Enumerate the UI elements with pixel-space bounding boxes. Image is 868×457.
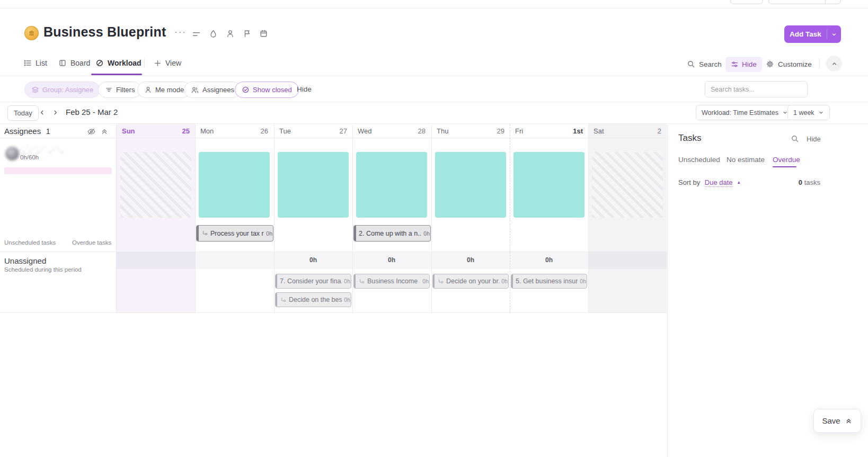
workspace-avatar[interactable] (24, 26, 39, 40)
task-count: 0 tasks (758, 178, 820, 186)
day-name: Sat (594, 127, 604, 135)
task-title: Process your tax r... (210, 230, 264, 237)
capacity-block-tue[interactable] (278, 152, 349, 218)
workload-icon (95, 59, 104, 67)
more-menu-button[interactable]: ··· (174, 27, 187, 38)
tasks-tab-unscheduled[interactable]: Unscheduled (678, 156, 720, 164)
chevron-down-icon[interactable] (827, 31, 841, 38)
unassigned-section-title: Unassigned (4, 256, 46, 265)
task-card[interactable]: 7. Consider your fina... 0h (275, 274, 351, 289)
filters-button[interactable]: Filters (98, 82, 141, 98)
eye-off-icon[interactable] (87, 127, 96, 136)
today-button[interactable]: Today (7, 105, 39, 121)
task-estimate: 0h (423, 230, 430, 237)
calendar-icon[interactable] (259, 29, 268, 38)
task-estimate: 0h (344, 297, 350, 303)
day-date: 2 (658, 127, 661, 135)
assignee-hours: 0h/60h (20, 154, 39, 160)
topbar-partial-split-button[interactable] (768, 0, 841, 4)
day-header-tue: Tue27 (274, 124, 352, 138)
day-name: Fri (515, 127, 523, 135)
tasks-hide-button[interactable]: Hide (807, 135, 821, 143)
people-icon (191, 86, 199, 94)
workload-view: Business Blueprint ··· Add Task List Boa… (0, 0, 868, 457)
board-icon (58, 59, 67, 67)
person-icon[interactable] (226, 29, 235, 38)
subtask-icon (437, 278, 444, 285)
unassigned-total-thu: 0h (431, 252, 510, 269)
day-date: 25 (182, 127, 190, 135)
add-view-button[interactable]: View (154, 59, 181, 67)
save-button[interactable]: Save (813, 409, 861, 433)
task-card[interactable]: Decide on the bes... 0h (275, 292, 351, 307)
collapse-header-button[interactable] (826, 56, 842, 71)
assignees-title-text: Assignees (4, 127, 41, 136)
tab-list[interactable]: List (23, 59, 47, 67)
task-card[interactable]: 2. Come up with a n... 0h (353, 225, 431, 241)
day-name: Thu (437, 127, 448, 135)
assignees-button[interactable]: Assignees (184, 82, 241, 98)
assignees-panel-title: Assignees 1 (4, 127, 50, 136)
tasks-tab-overdue[interactable]: Overdue (773, 156, 800, 164)
assignee-workload-bar (4, 167, 112, 174)
droplet-icon[interactable] (209, 29, 218, 38)
capacity-block-wed[interactable] (356, 152, 427, 218)
date-range-label: Feb 25 - Mar 2 (66, 107, 118, 117)
topbar-partial-button[interactable] (730, 0, 763, 4)
sort-field-button[interactable]: Due date (705, 178, 733, 187)
layers-icon (31, 86, 39, 94)
tasks-active-tab-underline (773, 166, 796, 167)
capacity-block-thu[interactable] (435, 152, 506, 218)
task-card[interactable]: Business Income ... 0h (353, 274, 430, 289)
task-title: 5. Get business insur... (516, 277, 578, 285)
card-drag-handle[interactable] (197, 226, 199, 241)
task-card[interactable]: 5. Get business insur... 0h (511, 274, 587, 289)
sort-ascending-icon[interactable]: ▲ (737, 180, 741, 185)
card-drag-handle[interactable] (354, 274, 356, 288)
next-week-button[interactable] (49, 106, 61, 118)
card-drag-handle[interactable] (433, 274, 435, 288)
unassigned-total-tue: 0h (274, 252, 352, 269)
group-by-pill[interactable]: Group: Assignee (24, 82, 100, 98)
task-card[interactable]: Decide on your br... 0h (432, 274, 509, 289)
tasks-panel-title: Tasks (678, 133, 701, 144)
customize-button[interactable]: Customize (766, 60, 812, 68)
day-date: 28 (418, 127, 426, 135)
unscheduled-tasks-link[interactable]: Unscheduled tasks (4, 239, 56, 246)
list-icon (23, 59, 32, 67)
col-border-tue (274, 124, 274, 312)
search-tasks-input[interactable] (705, 81, 808, 97)
me-mode-button[interactable]: Me mode (137, 82, 191, 98)
task-estimate: 0h (344, 278, 350, 284)
workload-mode-dropdown[interactable]: Workload: Time Estimates (696, 105, 794, 120)
day-name: Mon (200, 127, 214, 135)
capacity-block-mon[interactable] (199, 152, 270, 218)
tab-board[interactable]: Board (58, 59, 90, 67)
capacity-block-fri[interactable] (513, 152, 584, 218)
prev-week-button[interactable] (36, 106, 48, 118)
search-label: Search (699, 60, 722, 68)
toolbar-hide-button[interactable]: Hide (297, 85, 312, 93)
hide-toggle-button[interactable]: Hide (725, 57, 762, 72)
flag-icon[interactable] (243, 29, 252, 38)
period-dropdown[interactable]: 1 week (787, 105, 830, 120)
card-drag-handle[interactable] (276, 274, 277, 288)
collapse-panel-icon[interactable] (100, 127, 109, 136)
sort-by-label: Sort by (678, 178, 700, 186)
assignee-avatar[interactable] (5, 147, 19, 160)
task-title: 7. Consider your fina... (280, 277, 342, 285)
search-button[interactable]: Search (687, 60, 722, 68)
card-drag-handle[interactable] (276, 293, 277, 307)
add-task-button[interactable]: Add Task (784, 25, 841, 43)
description-lines-icon[interactable] (192, 30, 201, 39)
tasks-tab-no-estimate[interactable]: No estimate (727, 156, 765, 164)
card-drag-handle[interactable] (354, 226, 356, 241)
day-header-thu: Thu29 (431, 124, 510, 138)
tasks-search-icon[interactable] (791, 135, 799, 143)
overdue-tasks-link[interactable]: Overdue tasks (72, 239, 111, 246)
tab-workload[interactable]: Workload (95, 59, 141, 67)
task-card[interactable]: Process your tax r... 0h (196, 225, 273, 241)
gear-icon (766, 60, 774, 68)
right-panel-border (667, 124, 668, 457)
card-drag-handle[interactable] (511, 274, 513, 288)
